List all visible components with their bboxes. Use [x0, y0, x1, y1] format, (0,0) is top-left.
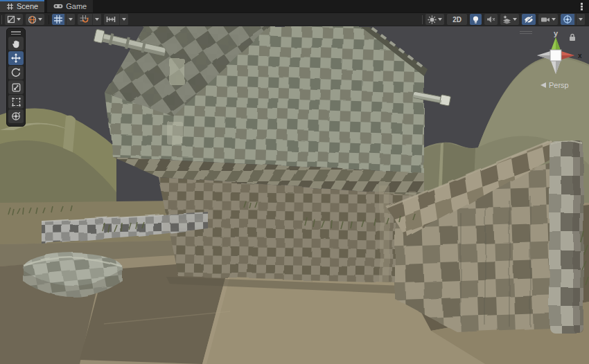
speaker-muted-icon — [486, 14, 495, 25]
sun-icon — [428, 14, 437, 25]
grid-dropdown[interactable] — [66, 14, 75, 25]
tab-scene-label: Scene — [17, 2, 38, 10]
toolbar-separator — [1, 15, 2, 24]
effects-layers-icon — [502, 14, 511, 25]
toolbar-separator — [49, 15, 49, 24]
tab-game-label: Game — [66, 2, 87, 10]
dropdown-caret — [38, 18, 42, 21]
transform-tool-button[interactable] — [8, 109, 24, 123]
orientation-gizmo: y x Persp — [528, 28, 589, 93]
eye-crossed-icon — [524, 14, 534, 25]
axis-x-label: x — [578, 52, 582, 60]
grid-visibility-button[interactable] — [52, 14, 75, 25]
snap-dropdown[interactable] — [92, 14, 101, 25]
tab-game[interactable]: Game — [47, 0, 93, 12]
tool-handle-rotation-button[interactable] — [26, 14, 44, 25]
toolbar-separator — [422, 15, 423, 24]
wall-light-patch — [168, 122, 183, 145]
unity-scene-view-window: Scene Game — [0, 0, 589, 364]
stone-column[interactable] — [550, 140, 583, 333]
rotate-tool-button[interactable] — [8, 66, 24, 80]
move-tool-button[interactable] — [8, 51, 24, 65]
mode-2d-label: 2D — [449, 16, 465, 24]
gizmos-dropdown[interactable] — [576, 14, 585, 25]
mode-2d-button[interactable]: 2D — [447, 14, 467, 25]
dropdown-caret — [513, 18, 517, 21]
kebab-menu-icon[interactable] — [574, 0, 589, 12]
scene-effects-button[interactable] — [500, 14, 519, 25]
persp-arrow-icon — [540, 82, 546, 88]
dropdown-caret — [552, 18, 556, 21]
view-options-group: 2D — [421, 14, 585, 25]
scene-viewport[interactable] — [0, 26, 589, 364]
rotate-arrows-icon — [11, 68, 21, 78]
grid-icon — [52, 14, 64, 25]
camera-icon — [540, 14, 550, 25]
pivot-icon — [7, 14, 15, 25]
camera-settings-button[interactable] — [538, 14, 558, 25]
scene-visibility-button[interactable] — [522, 14, 536, 25]
tab-bar: Scene Game — [0, 0, 589, 13]
axis-y-label: y — [554, 29, 559, 37]
snap-increment-button[interactable] — [104, 14, 128, 25]
rect-tool-button[interactable] — [8, 95, 24, 109]
move-arrows-icon — [11, 53, 21, 63]
tool-handle-position-button[interactable] — [5, 14, 23, 25]
projection-label[interactable]: Persp — [549, 81, 569, 89]
scene-toolbar: 2D — [0, 13, 589, 26]
scene-grid-icon — [6, 3, 14, 10]
rect-icon — [12, 98, 21, 107]
gizmo-center-cube[interactable] — [550, 50, 561, 61]
padlock-icon[interactable] — [568, 33, 577, 42]
draw-mode-button[interactable] — [425, 14, 444, 25]
dropdown-caret — [438, 18, 442, 21]
lower-wall-pillar — [380, 185, 389, 282]
hand-icon — [12, 39, 21, 48]
light-bulb-icon — [472, 14, 480, 25]
gizmos-menu-button[interactable] — [561, 14, 585, 25]
overlay-drag-handle[interactable] — [7, 30, 25, 36]
view-tool-button[interactable] — [8, 37, 24, 51]
globe-icon — [28, 14, 37, 25]
scene-audio-button[interactable] — [484, 14, 498, 25]
transform-icon — [11, 111, 21, 121]
gizmo-target-icon — [561, 14, 574, 25]
wall-light-patch — [169, 58, 184, 84]
snap-increment-dropdown[interactable] — [119, 14, 128, 25]
tools-overlay — [6, 28, 26, 127]
snap-magnet-icon — [78, 14, 91, 25]
scale-icon — [12, 83, 21, 92]
scene-lighting-button[interactable] — [470, 14, 482, 25]
game-controller-icon — [53, 3, 63, 10]
snap-settings-button[interactable] — [78, 14, 101, 25]
dropdown-caret — [17, 18, 21, 21]
tab-bar-spacer — [93, 0, 574, 12]
scale-tool-button[interactable] — [8, 80, 24, 94]
tab-scene[interactable]: Scene — [0, 0, 44, 12]
move-snap-icon — [104, 14, 118, 25]
